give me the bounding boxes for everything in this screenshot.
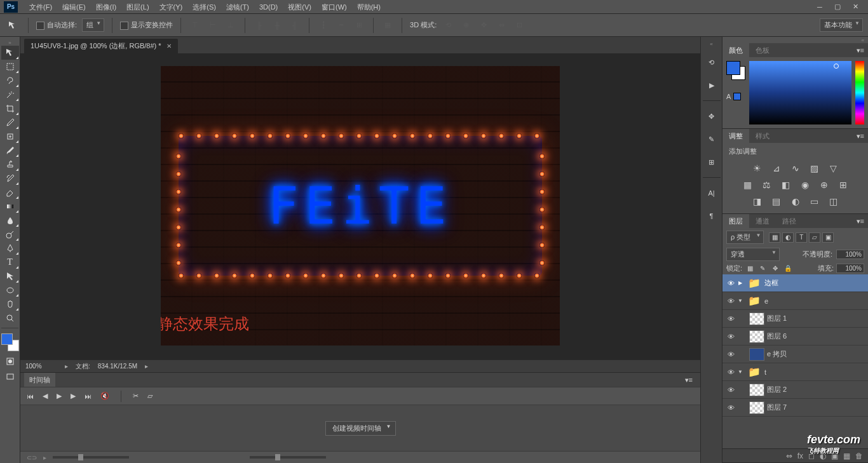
layer-thumbnail[interactable] — [749, 312, 764, 325]
zoom-level[interactable]: 100% — [25, 363, 57, 370]
photo-filter-icon[interactable]: ◉ — [799, 179, 811, 191]
menu-编辑[interactable]: 编辑(E) — [57, 0, 91, 14]
layer-mask-icon[interactable]: ◻ — [808, 452, 815, 460]
brush-presets-icon[interactable]: ⊞ — [704, 154, 719, 170]
color-balance-icon[interactable]: ⚖ — [761, 179, 773, 191]
visibility-toggle-icon[interactable]: 👁 — [725, 279, 736, 287]
styles-tab[interactable]: 样式 — [749, 129, 776, 143]
layer-filter-kind-dropdown[interactable]: ρ 类型 — [726, 231, 764, 244]
close-tab-icon[interactable]: ✕ — [166, 43, 172, 50]
minimize-button[interactable]: ─ — [811, 1, 829, 13]
healing-brush-tool[interactable] — [1, 130, 19, 144]
invert-icon[interactable]: ◨ — [751, 196, 764, 207]
type-tool[interactable]: T — [1, 255, 19, 269]
history-brush-tool[interactable] — [1, 171, 19, 185]
color-panel-menu-icon[interactable]: ▾≡ — [853, 46, 868, 55]
visibility-toggle-icon[interactable]: 👁 — [725, 351, 736, 358]
timeline-arrow-icon[interactable]: ▸ — [43, 454, 46, 461]
channel-mixer-icon[interactable]: ⊕ — [818, 179, 831, 191]
show-transform-checkbox[interactable]: 显示变换控件 — [120, 20, 173, 30]
lock-all-icon[interactable]: 🔒 — [783, 264, 793, 273]
menu-图层[interactable]: 图层(L) — [121, 0, 154, 14]
filter-smart-icon[interactable]: ▣ — [822, 232, 834, 243]
gradient-tool[interactable] — [1, 199, 19, 213]
brush-tool[interactable] — [1, 144, 19, 158]
history-panel-icon[interactable]: ⟲ — [704, 55, 719, 70]
layer-thumbnail[interactable] — [749, 330, 764, 343]
split-icon[interactable]: ✂ — [133, 392, 139, 400]
paths-tab[interactable]: 路径 — [776, 214, 803, 228]
marquee-tool[interactable] — [1, 60, 19, 74]
eraser-tool[interactable] — [1, 185, 19, 199]
layer-thumbnail[interactable] — [749, 348, 764, 361]
dockstrip-collapse[interactable]: « — [701, 41, 722, 47]
dodge-tool[interactable] — [1, 227, 19, 241]
lock-position-icon[interactable]: ✥ — [770, 264, 780, 273]
layers-panel-menu-icon[interactable]: ▾≡ — [853, 217, 868, 225]
layer-name[interactable]: e — [764, 297, 865, 305]
layer-name[interactable]: 图层 6 — [767, 332, 865, 341]
layer-thumbnail[interactable] — [749, 401, 764, 414]
link-layers-icon[interactable]: ⇔ — [786, 452, 792, 460]
vibrance-icon[interactable]: ▽ — [827, 163, 840, 174]
menu-文字[interactable]: 文字(Y) — [154, 0, 188, 14]
menu-视图[interactable]: 视图(V) — [283, 0, 316, 14]
audio-mute-icon[interactable]: 🔇 — [100, 392, 109, 400]
move-tool[interactable] — [1, 46, 19, 60]
transition-icon[interactable]: ▱ — [147, 392, 153, 400]
lock-transparent-icon[interactable]: ▦ — [745, 264, 755, 273]
layer-row[interactable]: 👁图层 7 — [722, 399, 868, 417]
paragraph-panel-icon[interactable]: ¶ — [704, 208, 719, 224]
layer-row[interactable]: 👁图层 2 — [722, 381, 868, 399]
properties-panel-icon[interactable]: ✥ — [704, 109, 719, 124]
brightness-icon[interactable]: ☀ — [751, 163, 764, 174]
canvas-area[interactable]: FEiTE 23.静态效果完成 — [20, 53, 700, 359]
threshold-icon[interactable]: ◐ — [789, 196, 802, 207]
layer-name[interactable]: t — [764, 368, 865, 376]
layers-tab[interactable]: 图层 — [722, 214, 749, 228]
timeline-tab[interactable]: 时间轴 — [24, 373, 55, 387]
go-first-frame-icon[interactable]: ⏮ — [27, 393, 34, 400]
layer-thumbnail[interactable] — [749, 384, 764, 396]
visibility-toggle-icon[interactable]: 👁 — [725, 315, 736, 323]
menu-窗口[interactable]: 窗口(W) — [316, 0, 352, 14]
layer-row[interactable]: 👁图层 6 — [722, 328, 868, 346]
layer-name[interactable]: 图层 2 — [767, 385, 865, 394]
visibility-toggle-icon[interactable]: 👁 — [725, 404, 736, 412]
channels-tab[interactable]: 通道 — [749, 214, 776, 228]
lasso-tool[interactable] — [1, 74, 19, 88]
visibility-toggle-icon[interactable]: 👁 — [725, 333, 736, 340]
selective-color-icon[interactable]: ◫ — [827, 196, 840, 207]
toolbox-collapse[interactable]: » — [0, 39, 20, 46]
menu-滤镜[interactable]: 滤镜(T) — [221, 0, 254, 14]
new-group-icon[interactable]: ▣ — [831, 452, 838, 460]
layers-list[interactable]: 👁▶📁边框👁▼📁e👁图层 1👁图层 6👁e 拷贝👁▼📁t👁图层 2👁图层 7 — [722, 274, 868, 448]
current-tool-icon[interactable] — [5, 18, 20, 33]
a-swatch[interactable] — [733, 93, 741, 100]
color-lookup-icon[interactable]: ⊞ — [837, 179, 850, 191]
menu-3d[interactable]: 3D(D) — [254, 0, 283, 14]
clone-stamp-tool[interactable] — [1, 158, 19, 171]
bw-icon[interactable]: ◧ — [780, 179, 792, 191]
visibility-toggle-icon[interactable]: 👁 — [725, 386, 736, 394]
layer-name[interactable]: 边框 — [764, 278, 865, 288]
gradient-map-icon[interactable]: ▭ — [808, 196, 821, 207]
new-adjustment-icon[interactable]: ◐ — [820, 452, 826, 460]
color-ramp[interactable] — [749, 61, 851, 124]
timeline-zoom-slider-2[interactable] — [250, 456, 326, 459]
zoom-arrow-icon[interactable]: ▸ — [65, 363, 68, 370]
shape-tool[interactable] — [1, 283, 19, 297]
filter-type-icon[interactable]: T — [796, 232, 807, 243]
layer-name[interactable]: 图层 1 — [767, 314, 865, 323]
filter-shape-icon[interactable]: ▱ — [809, 232, 820, 243]
workspace-dropdown[interactable]: 基本功能 — [820, 18, 863, 32]
filter-pixel-icon[interactable]: ▦ — [769, 232, 780, 243]
layer-style-icon[interactable]: fx — [797, 452, 803, 460]
ps-logo[interactable]: Ps — [4, 1, 18, 13]
posterize-icon[interactable]: ▤ — [770, 196, 783, 207]
menu-图像[interactable]: 图像(I) — [91, 0, 121, 14]
layer-name[interactable]: e 拷贝 — [767, 349, 865, 359]
layer-row[interactable]: 👁▼📁t — [722, 363, 868, 381]
hue-sat-icon[interactable]: ▦ — [742, 179, 754, 191]
folder-toggle-icon[interactable]: ▶ — [736, 280, 744, 286]
